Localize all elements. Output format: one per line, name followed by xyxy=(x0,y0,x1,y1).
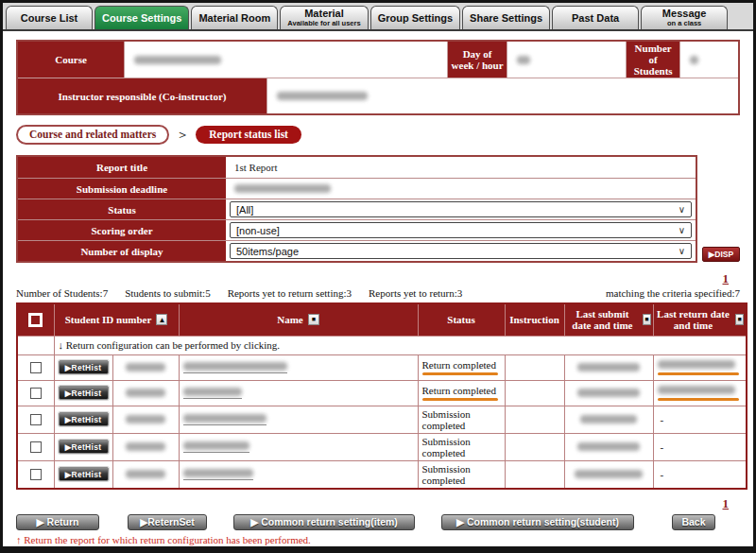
table-header-row: Student ID number▲ Name■ Status Instruct… xyxy=(17,303,747,336)
sort-toggle-icon[interactable]: ■ xyxy=(308,314,319,325)
tab-label: Material Room xyxy=(198,13,270,24)
page-number-link[interactable]: 1 xyxy=(723,271,730,285)
course-label: Course xyxy=(18,42,124,78)
student-id-header: Student ID number xyxy=(65,314,152,325)
row-checkbox[interactable] xyxy=(30,414,42,425)
status-text: Submission completed xyxy=(422,463,471,486)
last-submit-date-blurred xyxy=(580,415,637,423)
table-row: ▶RetHist Submission completed - xyxy=(17,433,747,460)
row-checkbox[interactable] xyxy=(30,362,42,373)
student-name-link-blurred[interactable] xyxy=(183,441,249,453)
summary-stats-matching: matching the criteria specified:7 xyxy=(606,287,740,299)
report-status-page: Course List Course Settings Material Roo… xyxy=(0,0,756,553)
student-name-link-blurred[interactable] xyxy=(183,469,253,480)
table-row: ▶RetHist Return completed xyxy=(17,354,747,380)
footer-button-common-return-setting-student[interactable]: ▶ Common return setting(student) xyxy=(441,514,634,530)
scoring-order-select-value: [non-use] xyxy=(236,225,280,236)
scoring-order-row: Scoring order [non-use] ∨ xyxy=(18,219,696,240)
table-row: ▶RetHist Submission completed - xyxy=(17,460,747,489)
blurred-text xyxy=(183,414,266,423)
sort-toggle-icon[interactable]: ■ xyxy=(643,314,650,325)
scoring-order-select[interactable]: [non-use] ∨ xyxy=(230,222,692,238)
row-checkbox[interactable] xyxy=(30,441,42,453)
filter-form: Report title 1st Report Submission deadl… xyxy=(16,155,697,263)
blurred-text xyxy=(183,388,242,396)
footer-button-back[interactable]: Back xyxy=(672,514,715,530)
breadcrumb-current: Report status list xyxy=(196,126,301,144)
tab-material-room[interactable]: Material Room xyxy=(191,6,278,29)
number-of-display-row: Number of display 50items/page ∨ xyxy=(18,240,696,261)
summary-stat: Students to submit:5 xyxy=(125,287,210,299)
blurred-text xyxy=(277,92,368,100)
row-checkbox[interactable] xyxy=(30,388,42,399)
day-of-week-label: Day of week / hour xyxy=(448,42,507,78)
table-note-row: ↓ Return configuration can be performed … xyxy=(17,336,747,354)
last-submit-date-blurred xyxy=(575,470,643,478)
table-row: ▶RetHist Return completed xyxy=(17,380,747,406)
rethist-button[interactable]: ▶RetHist xyxy=(59,440,109,454)
num-students-value-blurred xyxy=(679,42,738,78)
disp-button[interactable]: ▶DISP xyxy=(702,247,740,262)
pagination-top: 1 xyxy=(3,269,753,286)
num-students-label: Number of Students xyxy=(627,42,680,78)
no-return-dash: - xyxy=(661,414,664,425)
last-return-date-blurred xyxy=(658,360,735,369)
select-all-checkbox[interactable] xyxy=(28,313,43,327)
footer-button-return[interactable]: ▶ Return xyxy=(16,514,99,530)
deadline-value-blurred xyxy=(234,184,331,193)
row-checkbox[interactable] xyxy=(30,469,42,480)
student-id-blurred xyxy=(126,470,165,478)
student-name-link-blurred[interactable] xyxy=(183,388,242,399)
footer-button-bar: ▶ Return▶ReternSet▶ Common return settin… xyxy=(16,514,753,530)
student-name-link-blurred[interactable] xyxy=(183,362,287,373)
tab-course-settings[interactable]: Course Settings xyxy=(94,6,189,29)
status-filter-label: Status xyxy=(18,199,226,219)
number-of-display-label: Number of display xyxy=(18,241,226,261)
blurred-text xyxy=(690,56,698,64)
summary-stats: Number of Students:7Students to submit:5… xyxy=(16,287,740,299)
blurred-text xyxy=(183,469,253,477)
orange-highlight-line xyxy=(658,372,739,375)
status-select[interactable]: [All] ∨ xyxy=(230,201,692,217)
rethist-button[interactable]: ▶RetHist xyxy=(59,360,109,374)
rethist-button[interactable]: ▶RetHist xyxy=(59,386,109,400)
rethist-button[interactable]: ▶RetHist xyxy=(59,412,109,426)
status-text: Return completed xyxy=(422,359,497,371)
instruction-header: Instruction xyxy=(505,303,564,336)
report-status-table: Student ID number▲ Name■ Status Instruct… xyxy=(16,302,747,490)
last-return-header: Last return date and time xyxy=(656,308,731,331)
course-info-table: Course Day of week / hour Number of Stud… xyxy=(16,40,740,115)
page-number-link[interactable]: 1 xyxy=(723,496,730,510)
tab-material[interactable]: Material Available for all users xyxy=(280,6,368,29)
table-row: ▶RetHist Submission completed - xyxy=(17,406,747,433)
no-return-dash: - xyxy=(661,469,664,480)
tab-group-settings[interactable]: Group Settings xyxy=(370,6,460,29)
tab-label: Past Data xyxy=(572,13,619,24)
tab-message[interactable]: Message on a class xyxy=(641,6,728,29)
report-title-value: 1st Report xyxy=(230,162,278,173)
sort-ascending-icon[interactable]: ▲ xyxy=(156,314,167,325)
last-submit-date-blurred xyxy=(577,442,640,451)
breadcrumb-separator: ＞ xyxy=(176,127,189,144)
status-header: Status xyxy=(418,303,505,336)
report-title-label: Report title xyxy=(18,157,226,178)
summary-stat: Number of Students:7 xyxy=(16,287,108,299)
student-name-link-blurred[interactable] xyxy=(183,414,266,425)
instructor-value-blurred xyxy=(266,78,738,113)
blurred-text xyxy=(183,362,287,371)
breadcrumb-parent-link[interactable]: Course and related matters xyxy=(16,125,169,145)
footer-button-common-return-setting-item[interactable]: ▶ Common return setting(item) xyxy=(233,514,415,530)
sort-toggle-icon[interactable]: ■ xyxy=(735,314,744,325)
footer-button-reternset[interactable]: ▶ReternSet xyxy=(128,514,207,530)
last-submit-date-blurred xyxy=(577,363,640,372)
last-submit-date-blurred xyxy=(577,389,640,397)
tab-share-settings[interactable]: Share Settings xyxy=(462,6,550,29)
tab-past-data[interactable]: Past Data xyxy=(552,6,639,29)
number-of-display-select[interactable]: 50items/page ∨ xyxy=(230,243,692,259)
status-select-value: [All] xyxy=(236,204,253,216)
footer-note: ↑ Return the report for which return con… xyxy=(16,534,753,545)
tab-course-list[interactable]: Course List xyxy=(6,6,93,29)
rethist-button[interactable]: ▶RetHist xyxy=(59,467,109,481)
orange-highlight-line xyxy=(422,372,498,375)
tab-label: Material xyxy=(304,9,344,19)
